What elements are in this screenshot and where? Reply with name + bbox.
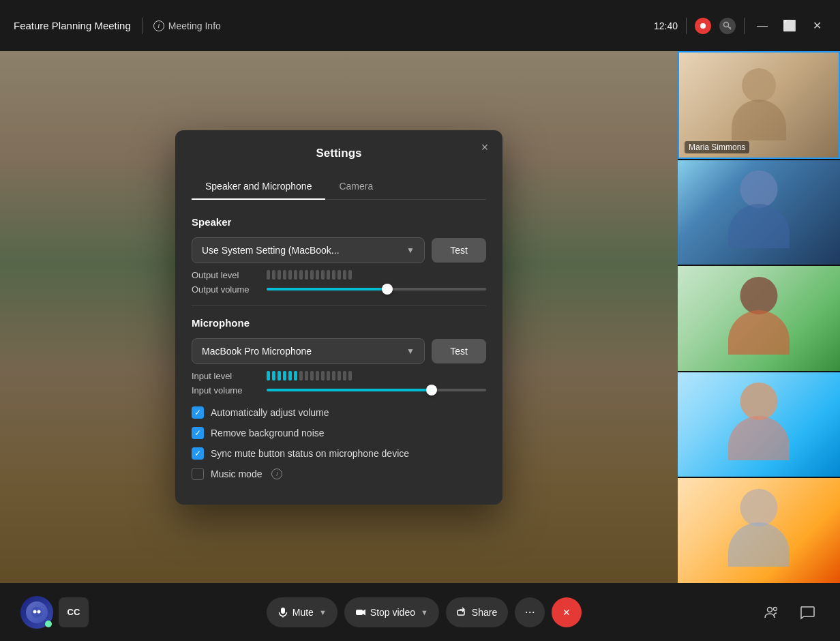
level-bar	[310, 371, 314, 381]
bg-noise-checkbox[interactable]: ✓	[192, 427, 204, 439]
participants-icon	[764, 605, 779, 620]
share-label: Share	[472, 607, 497, 618]
slider-thumb	[382, 284, 393, 295]
output-level-label: Output level	[192, 270, 260, 280]
level-bar	[327, 371, 330, 381]
svg-line-3	[730, 27, 731, 28]
checkmark-icon: ✓	[194, 408, 201, 417]
input-level-bars	[267, 371, 486, 381]
level-bar	[283, 371, 286, 381]
output-volume-slider[interactable]	[267, 288, 486, 290]
input-level-label: Input level	[192, 371, 260, 381]
music-mode-checkbox[interactable]	[192, 468, 204, 480]
input-volume-label: Input volume	[192, 385, 260, 396]
speaker-test-button[interactable]: Test	[432, 238, 486, 263]
level-bar	[278, 371, 281, 381]
end-call-button[interactable]: ✕	[552, 597, 582, 627]
mic-device-label: MacBook Pro Microphone	[202, 346, 312, 357]
level-bar	[348, 371, 352, 381]
level-bar	[299, 270, 303, 280]
participant-name-1: Maria Simmons	[685, 141, 749, 153]
participant-video-4[interactable]	[678, 372, 840, 477]
participant-video-2[interactable]	[678, 160, 840, 265]
participant-video-3[interactable]	[678, 266, 840, 371]
checkbox-row-auto-volume: ✓ Automatically adjust volume	[192, 406, 486, 419]
slider-thumb	[426, 385, 437, 396]
settings-overlay: × Settings Speaker and Microphone Camera…	[0, 51, 678, 583]
participant-video-5[interactable]	[678, 478, 840, 583]
input-volume-slider[interactable]	[267, 389, 486, 391]
level-bar	[321, 371, 325, 381]
chat-icon	[800, 605, 815, 620]
minimize-button[interactable]: —	[753, 16, 772, 35]
main-area: × Settings Speaker and Microphone Camera…	[0, 51, 840, 583]
tab-speaker-microphone[interactable]: Speaker and Microphone	[192, 174, 325, 200]
mute-button[interactable]: Mute ▼	[267, 597, 338, 627]
level-bar	[305, 270, 308, 280]
toolbar-center: Mute ▼ Stop video ▼ Share ··· ✕	[267, 597, 582, 627]
level-bar	[288, 371, 292, 381]
level-bar	[294, 270, 297, 280]
checkmark-icon: ✓	[194, 428, 201, 438]
status-dot	[45, 621, 52, 627]
close-window-button[interactable]: ✕	[807, 16, 826, 35]
sync-mute-checkbox[interactable]: ✓	[192, 447, 204, 460]
bg-noise-label: Remove background noise	[211, 428, 325, 438]
chat-button[interactable]	[795, 600, 820, 625]
tab-camera[interactable]: Camera	[325, 174, 387, 200]
section-divider	[192, 305, 486, 306]
music-mode-info-icon[interactable]: i	[271, 468, 282, 479]
level-bar	[332, 371, 335, 381]
svg-marker-10	[363, 609, 365, 615]
webex-icon	[30, 606, 44, 619]
level-bar	[288, 270, 292, 280]
header-divider-2	[686, 18, 687, 34]
level-bar	[332, 270, 335, 280]
more-options-button[interactable]: ···	[515, 597, 545, 627]
mic-device-select[interactable]: MacBook Pro Microphone ▼	[192, 338, 425, 364]
meeting-info-button[interactable]: i Meeting Info	[153, 20, 221, 31]
record-icon	[700, 23, 706, 29]
end-call-icon: ✕	[562, 607, 571, 618]
svg-rect-7	[281, 608, 285, 614]
participant-sidebar: Maria Simmons	[678, 51, 840, 583]
participant-video-1[interactable]: Maria Simmons	[678, 51, 840, 159]
auto-volume-checkbox[interactable]: ✓	[192, 406, 204, 419]
maximize-button[interactable]: ⬜	[780, 16, 799, 35]
sync-mute-label: Sync mute button status on microphone de…	[211, 448, 409, 459]
level-bar	[316, 371, 319, 381]
chevron-down-icon: ▼	[319, 608, 327, 616]
input-volume-row: Input volume	[192, 385, 486, 396]
level-bar	[299, 371, 303, 381]
speaker-device-select[interactable]: Use System Setting (MacBook... ▼	[192, 237, 425, 263]
participants-button[interactable]	[760, 600, 784, 625]
share-button[interactable]: Share	[446, 597, 508, 627]
level-bar	[272, 371, 275, 381]
level-bar	[327, 270, 330, 280]
stop-video-button[interactable]: Stop video ▼	[344, 597, 439, 627]
more-icon: ···	[525, 605, 535, 619]
toolbar: CC Mute ▼ Stop video ▼	[0, 583, 840, 641]
settings-close-button[interactable]: ×	[475, 138, 494, 158]
key-icon	[719, 18, 736, 34]
level-bar	[310, 270, 314, 280]
level-bar	[267, 270, 270, 280]
svg-point-14	[774, 607, 777, 610]
output-level-row: Output level	[192, 270, 486, 280]
level-bar	[338, 270, 341, 280]
toolbar-right	[760, 600, 820, 625]
level-bar	[343, 371, 346, 381]
closed-captions-button[interactable]: CC	[59, 597, 89, 627]
logo-inner	[26, 601, 48, 623]
mic-test-button[interactable]: Test	[432, 339, 486, 363]
level-bar	[348, 270, 352, 280]
header: Feature Planning Meeting i Meeting Info …	[0, 0, 840, 51]
svg-point-1	[724, 22, 729, 27]
toolbar-left: CC	[20, 596, 89, 629]
stop-video-label: Stop video	[370, 607, 415, 618]
microphone-icon	[278, 607, 288, 618]
speaker-section-title: Speaker	[192, 216, 486, 228]
svg-point-4	[31, 607, 42, 618]
checkmark-icon: ✓	[194, 449, 201, 458]
level-bar	[321, 270, 325, 280]
